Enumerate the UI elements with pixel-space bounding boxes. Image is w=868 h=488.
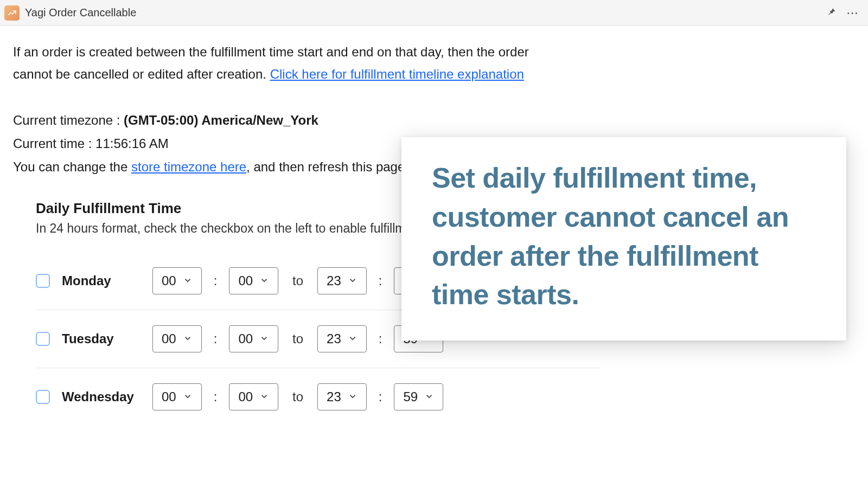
titlebar-actions: ⋯ — [826, 6, 864, 20]
pin-icon[interactable] — [826, 7, 837, 20]
chevron-down-icon — [183, 331, 193, 346]
chevron-down-icon — [348, 331, 358, 346]
timezone-label: Current timezone : — [13, 113, 124, 127]
start-hour-select[interactable]: 00 — [152, 383, 202, 410]
time-value: 11:56:16 AM — [95, 136, 169, 151]
day-row-wednesday: Wednesday 00 : 00 to 23 : 59 — [36, 368, 600, 426]
fulfillment-timeline-link[interactable]: Click here for fulfillment timeline expl… — [270, 67, 524, 81]
promo-overlay: Set daily fulfillment time, customer can… — [401, 137, 846, 341]
chevron-down-icon — [348, 389, 358, 404]
start-minute-select[interactable]: 00 — [229, 325, 278, 352]
end-hour-select[interactable]: 23 — [317, 325, 367, 352]
app-title: Yagi Order Cancellable — [25, 7, 826, 19]
start-hour-select[interactable]: 00 — [152, 325, 202, 352]
start-hour-select[interactable]: 00 — [152, 267, 202, 294]
chevron-down-icon — [183, 273, 193, 288]
day-label: Monday — [62, 273, 141, 288]
start-minute-select[interactable]: 00 — [229, 267, 278, 294]
time-colon: : — [214, 389, 218, 404]
to-label: to — [290, 331, 305, 346]
chevron-down-icon — [424, 389, 434, 404]
store-timezone-link[interactable]: store timezone here — [131, 159, 246, 174]
timezone-line: Current timezone : (GMT-05:00) America/N… — [13, 108, 855, 132]
time-colon: : — [379, 389, 382, 404]
chevron-down-icon — [259, 389, 269, 404]
end-minute-select[interactable]: 59 — [394, 383, 443, 410]
time-colon: : — [379, 331, 382, 346]
end-hour-select[interactable]: 23 — [317, 383, 367, 410]
enable-checkbox-tuesday[interactable] — [36, 332, 50, 346]
to-label: to — [290, 389, 305, 404]
timezone-value: (GMT-05:00) America/New_York — [124, 113, 318, 127]
time-colon: : — [214, 273, 218, 288]
titlebar: Yagi Order Cancellable ⋯ — [0, 0, 868, 26]
app-icon — [4, 5, 20, 21]
day-label: Wednesday — [62, 389, 141, 404]
day-label: Tuesday — [62, 331, 141, 346]
enable-checkbox-wednesday[interactable] — [36, 390, 50, 404]
end-hour-select[interactable]: 23 — [317, 267, 367, 294]
enable-checkbox-monday[interactable] — [36, 274, 50, 288]
to-label: to — [290, 273, 305, 288]
overlay-text: Set daily fulfillment time, customer can… — [432, 159, 816, 314]
intro-paragraph: If an order is created between the fulfi… — [13, 41, 561, 86]
main-content: If an order is created between the fulfi… — [0, 26, 868, 441]
time-colon: : — [214, 331, 218, 346]
tz-change-after: , and then refresh this page. — [246, 159, 409, 174]
chevron-down-icon — [259, 273, 269, 288]
time-label: Current time : — [13, 136, 95, 151]
chevron-down-icon — [348, 273, 358, 288]
more-icon[interactable]: ⋯ — [846, 6, 859, 20]
tz-change-before: You can change the — [13, 159, 131, 174]
chevron-down-icon — [183, 389, 193, 404]
time-colon: : — [379, 273, 382, 288]
start-minute-select[interactable]: 00 — [229, 383, 278, 410]
chevron-down-icon — [259, 331, 269, 346]
